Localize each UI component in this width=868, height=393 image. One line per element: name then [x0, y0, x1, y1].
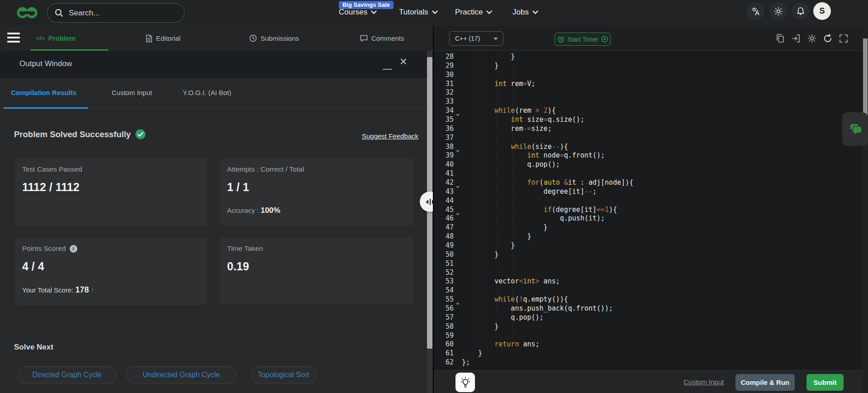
- nav-practice[interactable]: Practice: [455, 8, 492, 17]
- code-text: }: [462, 250, 498, 259]
- code-line: 44: [434, 196, 868, 205]
- tab-yogi-ai-bot[interactable]: Y.O.G.I. (AI Bot): [183, 89, 231, 96]
- code-line: 56 ans.push_back(q.front());: [434, 304, 868, 313]
- line-number: 60: [434, 340, 454, 348]
- bell-icon: [796, 6, 805, 16]
- theme-toggle-button[interactable]: [769, 2, 787, 20]
- editor-scrollbar[interactable]: [863, 26, 868, 393]
- chat-bubbles-icon: [848, 121, 863, 137]
- translate-button[interactable]: [747, 2, 764, 20]
- search-input[interactable]: Search...: [47, 3, 185, 23]
- code-line: 46 q.push(it);: [434, 214, 868, 223]
- left-panel-scrollbar[interactable]: [427, 51, 432, 393]
- code-line: 49 }: [434, 241, 868, 250]
- line-number: 37: [434, 134, 454, 142]
- code-line: 29 }: [434, 61, 868, 70]
- settings-gear-icon[interactable]: [807, 34, 817, 43]
- tab-editorial[interactable]: Editorial: [146, 26, 180, 51]
- code-text: rem-=size;: [462, 125, 552, 133]
- line-number: 50: [434, 250, 454, 259]
- chevron-down-icon: [432, 10, 438, 14]
- hamburger-menu-icon[interactable]: [7, 33, 20, 44]
- chat-widget-tab[interactable]: [842, 112, 868, 146]
- tab-compilation-results[interactable]: Compilation Results: [11, 89, 76, 96]
- code-text: while(size--){: [462, 143, 568, 151]
- line-number: 40: [434, 160, 454, 168]
- alarm-clock-icon: [557, 36, 564, 43]
- code-text: while(!q.empty()){: [462, 295, 568, 303]
- avatar[interactable]: S: [813, 2, 831, 20]
- accuracy-value: 100%: [261, 206, 280, 215]
- test-cases-value: 1112 / 1112: [22, 181, 80, 194]
- copy-icon[interactable]: [775, 34, 785, 43]
- attempts-value: 1 / 1: [227, 181, 249, 194]
- compile-run-button[interactable]: Compile & Run: [735, 374, 795, 391]
- info-icon[interactable]: i: [70, 245, 77, 253]
- code-line: 50 }: [434, 250, 868, 259]
- output-window-header: Output Window ×: [0, 51, 433, 78]
- brightness-icon: [773, 6, 783, 16]
- code-text: if(degree[it]==1){: [462, 206, 617, 214]
- top-navbar: Search... Big Savings Sale Courses Tutor…: [0, 0, 868, 26]
- time-taken-value: 0.19: [227, 260, 249, 273]
- code-editor[interactable]: 28 }29 }3031 int rem=V;323334 while(rem …: [434, 51, 868, 370]
- tab-submissions[interactable]: Submissions: [249, 26, 299, 51]
- accuracy-row: Accuracy : 100%: [227, 206, 280, 215]
- code-line: 43 degree[it]--;: [434, 187, 868, 196]
- line-number: 55: [434, 295, 454, 303]
- hint-bulb-button[interactable]: [455, 373, 475, 392]
- code-line: 61 }: [434, 349, 868, 358]
- code-line: 47 }: [434, 223, 868, 232]
- lightbulb-icon: [460, 377, 471, 388]
- line-number: 59: [434, 331, 454, 340]
- nav-courses[interactable]: Courses: [339, 8, 377, 17]
- code-line: 58 }: [434, 322, 868, 331]
- status-text: Problem Solved Successfully: [14, 129, 131, 139]
- active-output-tab-underline: [4, 107, 88, 109]
- line-number: 52: [434, 268, 454, 277]
- code-line: 41: [434, 169, 868, 178]
- line-number: 56: [434, 304, 454, 312]
- line-number: 49: [434, 241, 454, 249]
- pill-topological-sort[interactable]: Topological Sort: [250, 366, 317, 383]
- editor-footer: Custom Input Compile & Run Submit: [434, 370, 868, 393]
- code-text: for(auto &it : adj[node]){: [462, 178, 633, 187]
- tab-comments[interactable]: Comments: [360, 26, 404, 51]
- document-icon: [146, 34, 152, 43]
- import-code-icon[interactable]: [791, 34, 801, 43]
- code-line: 35 int size=q.size();: [434, 115, 868, 124]
- translate-icon: [751, 7, 760, 16]
- output-window-title: Output Window: [19, 59, 72, 68]
- minimize-icon[interactable]: [383, 69, 392, 70]
- start-timer-button[interactable]: Start Timer: [555, 33, 611, 46]
- pill-undirected-graph-cycle[interactable]: Undirected Graph Cycle: [126, 366, 237, 383]
- close-icon[interactable]: ×: [400, 56, 407, 68]
- test-cases-card: Test Cases Passed 1112 / 1112: [15, 158, 207, 226]
- custom-input-link[interactable]: Custom Input: [683, 378, 724, 386]
- tab-custom-input[interactable]: Custom Input: [112, 89, 152, 96]
- reset-code-icon[interactable]: [823, 34, 833, 43]
- pill-directed-graph-cycle[interactable]: Directed Graph Cycle: [17, 366, 117, 383]
- code-text: }: [462, 232, 531, 240]
- search-icon: [55, 9, 63, 17]
- suggest-feedback-link[interactable]: Suggest Feedback: [362, 132, 418, 140]
- code-text: q.pop();: [462, 160, 560, 168]
- line-number: 44: [434, 196, 454, 205]
- code-text: return ans;: [462, 340, 540, 348]
- score-up-icon: ↑: [91, 286, 95, 294]
- tab-problem[interactable]: </> Problem: [36, 26, 76, 51]
- nav-tutorials[interactable]: Tutorials: [399, 8, 438, 17]
- nav-jobs[interactable]: Jobs: [512, 8, 538, 17]
- code-editor-panel: C++ (17) Start Timer: [433, 26, 868, 393]
- line-number: 30: [434, 71, 454, 79]
- code-line: 51: [434, 259, 868, 268]
- fullscreen-icon[interactable]: [839, 34, 849, 43]
- language-select[interactable]: C++ (17): [449, 31, 503, 46]
- editor-toolbar: C++ (17) Start Timer: [434, 26, 868, 51]
- notifications-button[interactable]: [792, 2, 809, 20]
- gfg-logo[interactable]: [15, 5, 39, 22]
- code-line: 60 return ans;: [434, 340, 868, 349]
- code-line: 55 while(!q.empty()){: [434, 295, 868, 304]
- line-number: 54: [434, 286, 454, 294]
- submit-button[interactable]: Submit: [806, 374, 844, 391]
